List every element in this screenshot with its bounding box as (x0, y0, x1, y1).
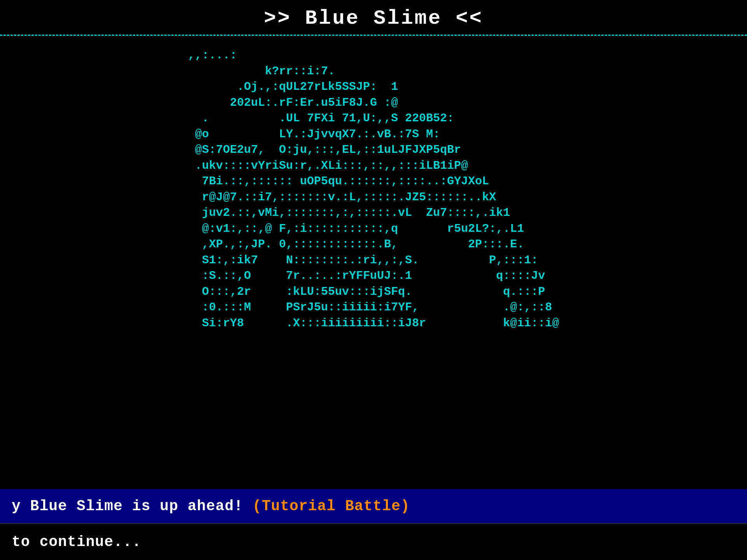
title-text: >> Blue Slime << (264, 7, 483, 30)
continue-text: to continue... (12, 534, 141, 550)
message-text: y Blue Slime is up ahead! (Tutorial Batt… (12, 498, 410, 514)
ascii-area: ,,:...: k?rr::i:7. .Oj.,:qUL27rLk5SSJP: … (0, 36, 747, 489)
message-prefix: y Blue Slime is up ahead! (12, 498, 253, 514)
page-container: >> Blue Slime << ,,:...: k?rr::i:7. .Oj.… (0, 0, 747, 560)
title-bar: >> Blue Slime << (0, 0, 747, 36)
message-bar: y Blue Slime is up ahead! (Tutorial Batt… (0, 489, 747, 523)
ascii-art: ,,:...: k?rr::i:7. .Oj.,:qUL27rLk5SSJP: … (188, 47, 559, 331)
continue-bar[interactable]: to continue... (0, 523, 747, 560)
tutorial-label: (Tutorial Battle) (253, 498, 410, 514)
